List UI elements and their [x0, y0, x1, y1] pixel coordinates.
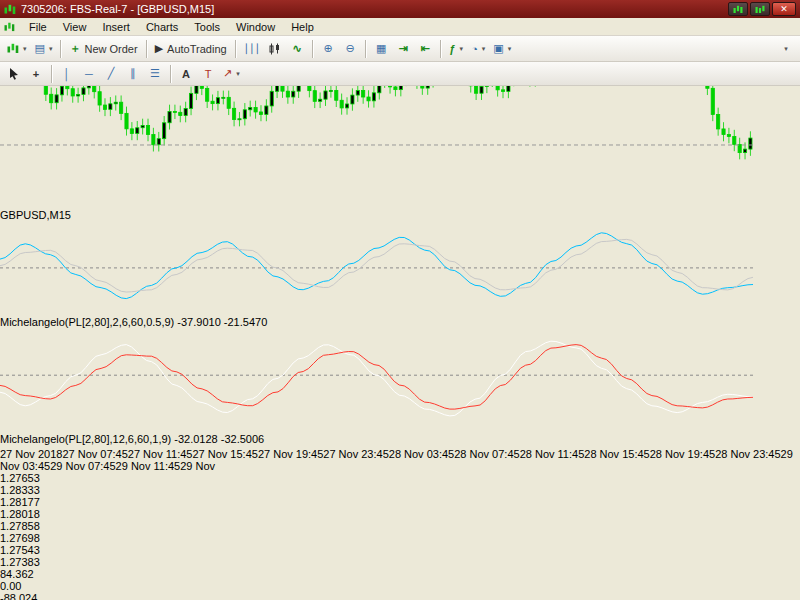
menu-insert[interactable]: Insert [94, 21, 138, 33]
time-label: 27 Nov 2018 [0, 448, 62, 460]
price-label: 1.28333 [0, 484, 800, 496]
toolbar-separator [51, 65, 52, 83]
time-label: 27 Nov 23:45 [323, 448, 388, 460]
menu-window[interactable]: Window [228, 21, 283, 33]
toolbar-separator [170, 65, 171, 83]
bar-chart-icon[interactable]: ∣∣∣ [240, 38, 265, 60]
search-icon[interactable] [753, 38, 775, 60]
menu-file[interactable]: File [21, 21, 55, 33]
autotrading-label: AutoTrading [167, 43, 227, 55]
toolbar-separator [440, 40, 441, 58]
indicator2-chart[interactable] [0, 333, 753, 431]
time-label: 27 Nov 07:45 [62, 448, 127, 460]
time-label: 29 Nov [180, 460, 215, 472]
zoom-in-icon[interactable]: ⊕ [317, 38, 339, 60]
time-label: 28 Nov 03:45 [389, 448, 454, 460]
time-label: 28 Nov 19:45 [650, 448, 715, 460]
metatrader-window: 7305206: FBS-Real-7 - [GBPUSD,M15] ✕ Fil… [0, 0, 800, 600]
toolbar-separator [365, 40, 366, 58]
title-bar: 7305206: FBS-Real-7 - [GBPUSD,M15] ✕ [0, 0, 800, 18]
crosshair-icon[interactable]: + [25, 63, 47, 85]
periods-icon[interactable]: ◔▾ [467, 38, 489, 60]
time-label: 29 Nov 07:45 [50, 460, 115, 472]
menu-view[interactable]: View [55, 21, 95, 33]
toolbar-separator [60, 40, 61, 58]
indicator1-chart[interactable] [0, 224, 753, 314]
indicator1-label: Michelangelo(PL[2,80],2,6,60,0.5,9) -37.… [0, 316, 267, 328]
minimize-button[interactable] [728, 2, 748, 16]
time-label: 27 Nov 19:45 [258, 448, 323, 460]
menu-tools[interactable]: Tools [186, 21, 228, 33]
indicators-icon[interactable]: ƒ▾ [445, 38, 467, 60]
menu-help[interactable]: Help [283, 21, 322, 33]
time-label: 27 Nov 11:45 [128, 448, 193, 460]
line-studies-toolbar: + │ ─ ╱ ∥ ☰ A T ↗▾ [0, 62, 800, 86]
time-label: 29 Nov 11:45 [116, 460, 181, 472]
text-tool-icon[interactable]: A [175, 63, 197, 85]
chart-area[interactable]: GBPUSD,M15 Michelangelo(PL[2,80],2,6,60,… [0, 0, 800, 600]
line-chart-icon[interactable]: ∿ [286, 38, 308, 60]
restore-button[interactable] [750, 2, 770, 16]
price-label: 1.28177 [0, 496, 800, 508]
indicator1-axis-label: 84.362 [0, 568, 800, 580]
time-label: 28 Nov 11:45 [520, 448, 585, 460]
vertical-line-icon[interactable]: │ [56, 63, 78, 85]
price-axis[interactable]: 1.27653 1.283331.281771.280181.278581.27… [0, 472, 800, 600]
toolbar-separator [146, 40, 147, 58]
chart-icon [4, 22, 15, 32]
channel-icon[interactable]: ∥ [122, 63, 144, 85]
window-controls: ✕ [728, 2, 796, 16]
horizontal-line-icon[interactable]: ─ [78, 63, 100, 85]
auto-scroll-icon[interactable]: ⇥ [392, 38, 414, 60]
label-tool-icon[interactable]: T [197, 63, 219, 85]
toolbar-separator [235, 40, 236, 58]
chart-shift-icon[interactable]: ⇤ [414, 38, 436, 60]
price-label: 1.27543 [0, 544, 800, 556]
menu-items: FileViewInsertChartsToolsWindowHelp [21, 18, 322, 36]
autotrading-icon: ▶ [155, 42, 163, 55]
zoom-out-icon[interactable]: ⊖ [339, 38, 361, 60]
new-order-label: New Order [84, 43, 137, 55]
time-label: 28 Nov 23:45 [715, 448, 780, 460]
profiles-icon[interactable]: ▤▾ [31, 38, 57, 60]
autotrading-button[interactable]: ▶AutoTrading [151, 38, 231, 60]
indicator1-axis-label: 0.00 [0, 580, 800, 592]
templates-icon[interactable]: ▣▾ [489, 38, 515, 60]
toolbar-more-icon[interactable]: ▾ [775, 38, 797, 60]
time-label: 28 Nov 07:45 [454, 448, 519, 460]
price-label: 1.27383 [0, 556, 800, 568]
toolbar-separator [312, 40, 313, 58]
current-price-box: 1.27653 [0, 472, 800, 484]
arrows-tool-icon[interactable]: ↗▾ [219, 63, 244, 85]
close-button[interactable]: ✕ [772, 2, 796, 16]
price-label: 1.27698 [0, 532, 800, 544]
trendline-icon[interactable]: ╱ [100, 63, 122, 85]
window-title: 7305206: FBS-Real-7 - [GBPUSD,M15] [21, 3, 728, 15]
chart-symbol-label: GBPUSD,M15 [0, 209, 71, 221]
price-label: 1.28018 [0, 508, 800, 520]
new-chart-icon[interactable]: ▾ [3, 38, 31, 60]
tile-windows-icon[interactable]: ▦ [370, 38, 392, 60]
indicator1-axis-label: -88.024 [0, 592, 800, 600]
cursor-icon[interactable] [3, 63, 25, 85]
menu-charts[interactable]: Charts [138, 21, 186, 33]
time-label: 27 Nov 15:45 [192, 448, 257, 460]
time-axis[interactable]: 27 Nov 201827 Nov 07:4527 Nov 11:4527 No… [0, 448, 800, 472]
indicator2-label: Michelangelo(PL[2,80],12,6,60,1,9) -32.0… [0, 433, 264, 445]
menu-bar: FileViewInsertChartsToolsWindowHelp [0, 18, 800, 36]
price-label: 1.27858 [0, 520, 800, 532]
new-order-button[interactable]: ＋New Order [65, 38, 141, 60]
app-icon [4, 4, 16, 15]
standard-toolbar: ▾ ▤▾ ＋New Order ▶AutoTrading ∣∣∣ ∿ ⊕ ⊖ ▦… [0, 36, 800, 62]
time-label: 28 Nov 15:45 [584, 448, 649, 460]
candlestick-chart-icon[interactable] [264, 38, 286, 60]
fibonacci-icon[interactable]: ☰ [144, 63, 166, 85]
